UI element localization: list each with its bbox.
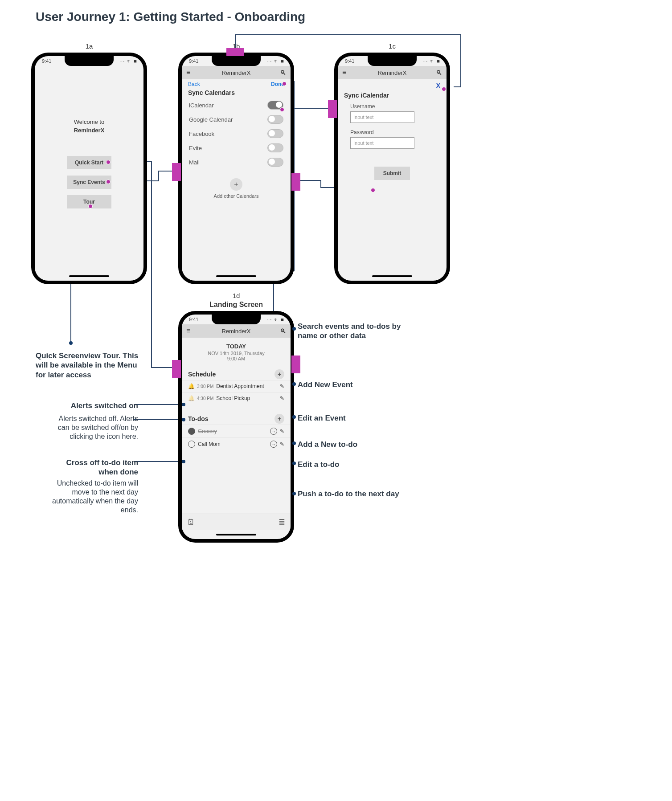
add-event-button[interactable]: +: [275, 369, 284, 379]
sync-opt-facebook[interactable]: Facebook: [182, 127, 291, 141]
bell-on-icon[interactable]: 🔔: [188, 383, 194, 389]
time-label: 9:00 AM: [182, 356, 291, 361]
check-icon[interactable]: [188, 441, 195, 448]
list-icon[interactable]: ≣: [279, 518, 285, 527]
edit-event-icon[interactable]: ✎: [280, 395, 284, 401]
ann-search: Search events and to-dos by name or othe…: [298, 322, 405, 341]
sync-opt-evite[interactable]: Evite: [182, 141, 291, 155]
ann-push-todo: Push a to-do to the next day: [298, 489, 399, 499]
schedule-header: Schedule: [188, 371, 216, 378]
username-input[interactable]: Input text: [350, 111, 414, 123]
quick-start-button[interactable]: Quick Start: [67, 156, 111, 169]
add-other-label: Add other Calendars: [182, 193, 291, 199]
notch: [65, 56, 114, 66]
edit-todo-icon[interactable]: ✎: [280, 441, 284, 447]
ann-add-todo: Add a New to-do: [298, 440, 357, 449]
ann-add-event: Add New Event: [298, 380, 353, 389]
add-calendar-button[interactable]: +: [230, 178, 242, 191]
label-1c: 1c: [334, 42, 450, 50]
close-icon[interactable]: X: [436, 82, 440, 89]
search-icon[interactable]: 🔍︎: [280, 69, 286, 76]
submit-button[interactable]: Submit: [374, 167, 410, 180]
password-input[interactable]: Input text: [350, 137, 414, 149]
hamburger-icon[interactable]: ≡: [186, 69, 190, 77]
navbar: ≡ ReminderX 🔍︎: [182, 66, 291, 79]
push-icon[interactable]: →: [270, 428, 277, 435]
ann-alert-on: Alerts switched on: [49, 401, 138, 410]
add-todo-button[interactable]: +: [275, 414, 284, 424]
svg-point-0: [69, 341, 73, 345]
phone-1a: 9:41··· ᯤ ■ Welcome to ReminderX Quick S…: [31, 53, 147, 284]
event-row: 🔔 4:30 PM School Pickup ✎: [182, 392, 291, 404]
sync-events-button[interactable]: Sync Events: [67, 176, 111, 189]
ann-cross: Cross off to-do item when done: [49, 458, 138, 477]
nav-title: ReminderX: [221, 328, 250, 335]
welcome-line: Welcome to: [35, 119, 143, 125]
search-icon[interactable]: 🔍︎: [436, 69, 442, 76]
nav-title: ReminderX: [221, 69, 250, 76]
bell-off-icon[interactable]: 🔔: [188, 395, 194, 401]
ann-edit-todo: Edit a to-do: [298, 460, 339, 469]
label-1a: 1a: [31, 42, 147, 50]
home-indicator: [69, 275, 109, 277]
username-label: Username: [350, 103, 434, 110]
search-icon[interactable]: 🔍︎: [280, 327, 286, 335]
edit-todo-icon[interactable]: ✎: [280, 428, 284, 434]
back-button[interactable]: Back: [188, 81, 200, 87]
sync-opt-mail[interactable]: Mail: [182, 155, 291, 169]
push-icon[interactable]: →: [270, 441, 277, 448]
calendar-icon[interactable]: 🗓︎: [187, 518, 195, 527]
hamburger-icon[interactable]: ≡: [342, 69, 346, 77]
password-label: Password: [350, 129, 434, 135]
todo-row: Call Mom → ✎: [182, 437, 291, 450]
welcome-app: ReminderX: [35, 127, 143, 134]
ann-tour: Quick Screenview Tour. This will be avai…: [36, 351, 143, 380]
todo-row: Grocery → ✎: [182, 425, 291, 437]
ann-unchecked: Unchecked to-do item will move to the ne…: [49, 479, 138, 515]
nav-title: ReminderX: [377, 69, 406, 76]
phone-1c: 9:41··· ᯤ ■ ≡ ReminderX 🔍︎ X Sync iCalen…: [334, 53, 450, 284]
phone-1d: 9:41··· ᯤ ■ ≡ ReminderX 🔍︎ TODAY NOV 14t…: [178, 311, 294, 543]
phone-1b: 9:41··· ᯤ ■ ≡ ReminderX 🔍︎ Back Done Syn…: [178, 53, 294, 284]
date-label: NOV 14th 2019, Thursday: [182, 351, 291, 356]
todos-header: To-dos: [188, 415, 209, 422]
ann-edit-event: Edit an Event: [298, 413, 346, 423]
label-1d: 1d: [178, 292, 294, 299]
sync-opt-google[interactable]: Google Calendar: [182, 112, 291, 127]
label-1d-sub: Landing Screen: [178, 301, 294, 309]
ann-alert-off: Alerts switched off. Alerts can be switc…: [49, 414, 138, 441]
edit-event-icon[interactable]: ✎: [280, 383, 284, 389]
event-row: 🔔 3:00 PM Dentist Appointment ✎: [182, 380, 291, 392]
today-label: TODAY: [182, 343, 291, 350]
sync-opt-icalendar[interactable]: iCalendar: [182, 98, 291, 112]
journey-title: User Journey 1: Getting Started - Onboar…: [36, 10, 305, 24]
bottom-bar: 🗓︎ ≣: [182, 514, 291, 530]
hamburger-icon[interactable]: ≡: [186, 327, 190, 335]
check-icon[interactable]: [188, 428, 195, 435]
